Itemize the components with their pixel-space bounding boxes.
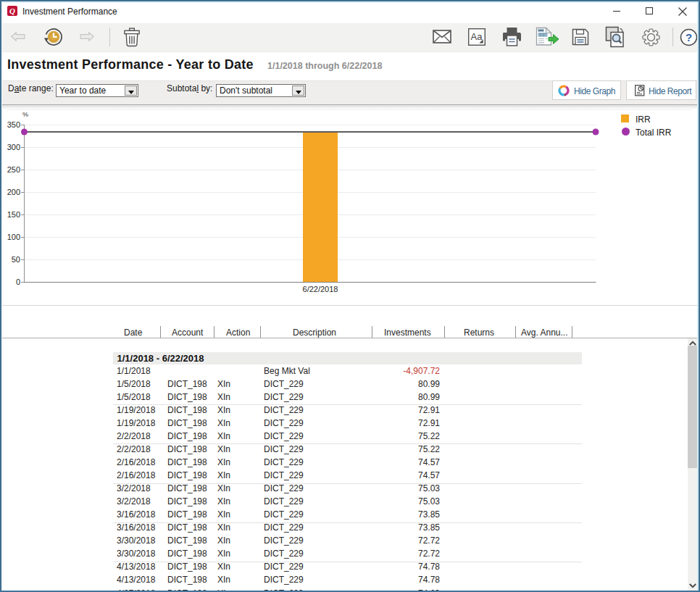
svg-text:IRR: IRR [636, 114, 651, 125]
svg-text:?: ? [686, 31, 692, 43]
svg-text:350: 350 [7, 120, 20, 129]
svg-text:150: 150 [7, 210, 20, 219]
svg-text:%: % [22, 111, 28, 118]
svg-text:6/22/2018: 6/22/2018 [303, 285, 338, 293]
svg-text:100: 100 [7, 233, 20, 241]
svg-text:250: 250 [7, 165, 20, 174]
svg-text:Total IRR: Total IRR [636, 128, 672, 138]
svg-text:0: 0 [16, 278, 20, 286]
svg-text:50: 50 [12, 255, 20, 264]
svg-text:300: 300 [7, 143, 20, 151]
svg-text:200: 200 [7, 188, 20, 196]
svg-text:Aa: Aa [471, 31, 483, 42]
